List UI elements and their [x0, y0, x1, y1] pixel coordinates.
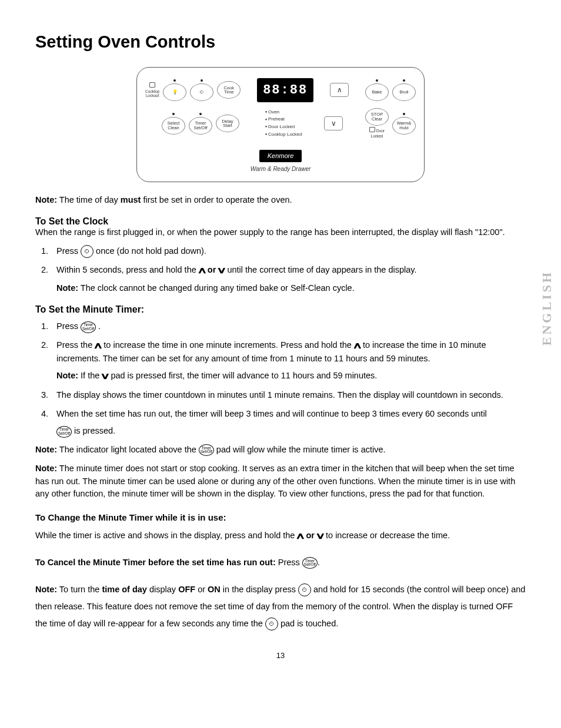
clock-step-1: Press ⏲ once (do not hold pad down). — [51, 245, 526, 258]
down-arrow-icon: ∨ — [315, 529, 326, 543]
language-side-label: ENGLISH — [537, 270, 556, 345]
select-clean-pad: SelectClean — [162, 117, 185, 135]
timer-note-2: Note: The minute timer does not start or… — [35, 462, 526, 501]
timer-pad: TimerSet/Off — [189, 117, 212, 135]
control-panel-figure: CooktopLockout 💡 ⏲ CookTime 88:88 ∧ Bake… — [35, 67, 526, 182]
clock-pad: ⏲ — [190, 83, 213, 101]
indicator-list: Oven Preheat Door Locked Cooktop Locked — [262, 109, 302, 139]
timer-step-2: Press the ∧ to increase the time in one … — [51, 339, 526, 383]
cancel-line: To Cancel the Minute Timer before the se… — [35, 556, 526, 569]
clock-icon: ⏲ — [81, 245, 94, 258]
up-arrow-pad: ∧ — [330, 83, 349, 97]
page-number: 13 — [35, 650, 526, 662]
lockout-label: CooktopLockout — [145, 90, 159, 98]
drawer-label: Warm & Ready Drawer — [145, 165, 416, 173]
change-text: While the timer is active and shows in t… — [35, 529, 526, 543]
clock-steps: Press ⏲ once (do not hold pad down). Wit… — [35, 245, 526, 294]
page-title: Setting Oven Controls — [35, 29, 526, 55]
control-panel: CooktopLockout 💡 ⏲ CookTime 88:88 ∧ Bake… — [136, 67, 425, 182]
lockout-icon — [149, 82, 155, 88]
cook-time-pad: CookTime — [217, 81, 241, 99]
warm-hold-pad: Warm&Hold — [392, 117, 416, 135]
timer-steps: Press TimerSet/Off . Press the ∧ to incr… — [35, 320, 526, 438]
timer-step-4: When the set time has run out, the timer… — [51, 408, 526, 438]
down-arrow-pad: ∨ — [324, 116, 343, 130]
timer-step-1: Press TimerSet/Off . — [51, 320, 526, 333]
bake-pad: Bake — [365, 83, 389, 101]
clock-intro: When the range is first plugged in, or w… — [35, 226, 526, 239]
timer-step-3: The display shows the timer countdown in… — [51, 389, 526, 402]
note-top: Note: The time of day must first be set … — [35, 194, 526, 207]
down-arrow-icon: ∨ — [100, 370, 111, 383]
clock-icon: ⏲ — [298, 583, 311, 596]
timer-heading: To Set the Minute Timer: — [35, 303, 526, 317]
timer-pad-icon: TimerSet/Off — [302, 557, 318, 569]
timer-pad-icon: TimerSet/Off — [81, 321, 96, 333]
clock-step-2: Within 5 seconds, press and hold the ∧ o… — [51, 264, 526, 294]
change-heading: To Change the Minute Timer while it is i… — [35, 511, 526, 525]
brand-label: Kenmore — [259, 150, 302, 162]
time-display: 88:88 — [257, 78, 313, 102]
light-pad: 💡 — [163, 83, 186, 101]
clock-icon: ⏲ — [265, 618, 278, 630]
down-arrow-icon: ∨ — [216, 264, 227, 277]
timer-pad-icon: TimerSet/Off — [199, 444, 214, 456]
up-arrow-icon: ∧ — [295, 529, 306, 543]
up-arrow-icon: ∧ — [93, 339, 103, 353]
up-arrow-icon: ∧ — [352, 339, 363, 353]
stop-clear-pad: STOPClear — [365, 108, 389, 126]
broil-pad: Broil — [392, 83, 416, 101]
delay-start-pad: DelayStart — [216, 115, 239, 132]
final-note: Note: To turn the time of day display OF… — [35, 581, 526, 632]
timer-pad-icon: TimerSet/Off — [56, 426, 72, 438]
up-arrow-icon: ∧ — [197, 264, 208, 277]
timer-note-1: Note: The indicator light located above … — [35, 444, 526, 457]
